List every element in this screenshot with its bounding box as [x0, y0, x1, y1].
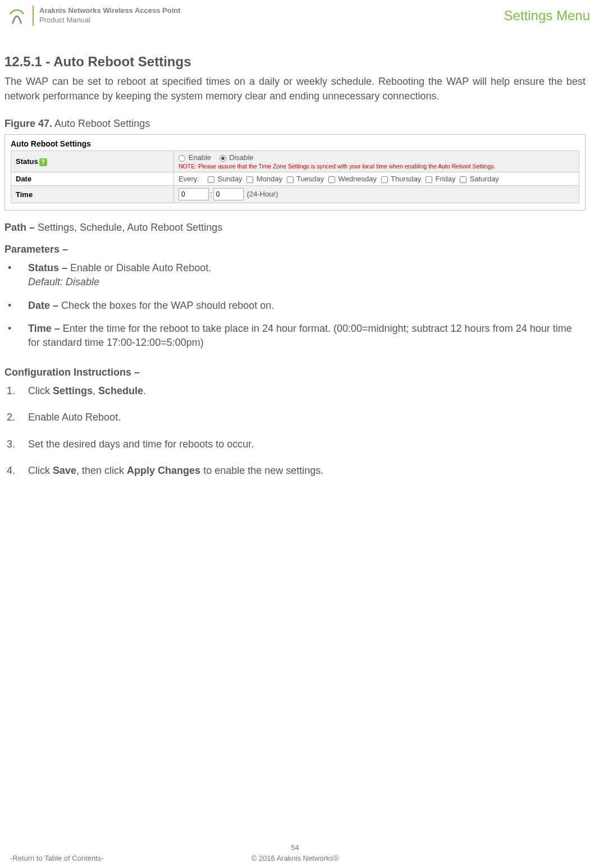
config-heading: Configuration Instructions – — [4, 367, 586, 378]
step-text: . — [143, 385, 146, 396]
param-status: Status – Enable or Disable Auto Reboot. … — [4, 261, 586, 289]
friday-checkbox[interactable] — [426, 176, 432, 183]
time-label: Time — [11, 186, 174, 203]
toc-link[interactable]: -Return to Table of Contents- — [10, 854, 104, 862]
enable-radio[interactable] — [179, 155, 185, 162]
step-bold: Schedule — [98, 385, 143, 396]
row-time: Time :(24-Hour) — [11, 186, 579, 203]
day-thursday: Thursday — [391, 175, 421, 183]
day-friday: Friday — [435, 175, 455, 183]
status-label: Status — [16, 157, 38, 166]
row-date: Date Every: Sunday Monday Tuesday Wednes… — [11, 172, 579, 186]
enable-label: Enable — [189, 153, 211, 162]
param-desc: Enter the time for the reboot to take pl… — [28, 323, 572, 348]
figure-box: Auto Reboot Settings Status? Enable Disa… — [4, 134, 586, 211]
time-separator: : — [210, 190, 212, 198]
param-time: Time – Enter the time for the reboot to … — [4, 322, 586, 350]
param-desc: Check the boxes for the WAP should reboo… — [58, 300, 274, 311]
param-default: Default: Disable — [28, 275, 586, 289]
sunday-checkbox[interactable] — [208, 176, 214, 183]
param-desc: Enable or Disable Auto Reboot. — [67, 262, 211, 273]
time-value-cell: :(24-Hour) — [174, 186, 579, 203]
config-steps: Click Settings, Schedule. Enable Auto Re… — [4, 384, 586, 478]
path-line: Path – Settings, Schedule, Auto Reboot S… — [4, 222, 586, 234]
page-footer: 54 -Return to Table of Contents- © 2016 … — [0, 843, 590, 862]
param-date: Date – Check the boxes for the WAP shoul… — [4, 299, 586, 313]
araknis-logo-icon — [8, 7, 25, 24]
day-sunday: Sunday — [217, 175, 242, 183]
day-monday: Monday — [257, 175, 282, 183]
date-value-cell: Every: Sunday Monday Tuesday Wednesday T… — [174, 172, 579, 186]
step-text: Click — [28, 385, 53, 396]
day-tuesday: Tuesday — [296, 175, 324, 183]
status-note: NOTE: Please assure that the Time Zone S… — [179, 163, 574, 170]
page-content: 12.5.1 - Auto Reboot Settings The WAP ca… — [0, 31, 590, 478]
settings-menu-link[interactable]: Settings Menu — [504, 8, 590, 24]
disable-label: Disable — [229, 153, 253, 162]
param-name: Status – — [28, 262, 67, 273]
saturday-checkbox[interactable] — [460, 176, 466, 183]
monday-checkbox[interactable] — [246, 176, 253, 183]
step-text: to enable the new settings. — [200, 465, 323, 476]
status-value-cell: Enable Disable NOTE: Please assure that … — [174, 151, 579, 172]
time-minute-input[interactable] — [213, 188, 244, 200]
step-2: Enable Auto Reboot. — [4, 410, 586, 424]
step-3: Set the desired days and time for reboot… — [4, 437, 586, 451]
figure-caption: Figure 47. Auto Reboot Settings — [4, 118, 586, 130]
step-bold: Apply Changes — [127, 465, 200, 476]
time-hour-input[interactable] — [179, 188, 209, 200]
row-status: Status? Enable Disable NOTE: Please assu… — [11, 151, 579, 172]
header-divider — [33, 6, 34, 26]
help-icon[interactable]: ? — [39, 158, 47, 166]
day-wednesday: Wednesday — [339, 175, 377, 183]
param-name: Time – — [28, 323, 60, 334]
every-label: Every: — [179, 175, 199, 183]
path-label: Path – — [4, 222, 35, 233]
figure-number: Figure 47. — [4, 118, 52, 129]
footer-row: -Return to Table of Contents- © 2016 Ara… — [0, 854, 590, 862]
panel-title: Auto Reboot Settings — [11, 139, 579, 148]
step-bold: Save — [53, 465, 76, 476]
parameters-list: Status – Enable or Disable Auto Reboot. … — [4, 261, 586, 350]
header-subtitle: Product Manual — [39, 16, 181, 25]
step-text: Set the desired days and time for reboot… — [28, 438, 254, 450]
path-value: Settings, Schedule, Auto Reboot Settings — [38, 222, 222, 233]
step-bold: Settings — [53, 385, 93, 396]
copyright: © 2016 Araknis Networks® — [251, 854, 339, 862]
page-number: 54 — [0, 843, 590, 852]
section-heading: 12.5.1 - Auto Reboot Settings — [4, 54, 586, 70]
header-title: Araknis Networks Wireless Access Point — [39, 6, 181, 16]
param-name: Date – — [28, 300, 58, 311]
section-intro: The WAP can be set to reboot at specifie… — [4, 74, 586, 103]
step-text: Enable Auto Reboot. — [28, 412, 121, 423]
header-titles: Araknis Networks Wireless Access Point P… — [39, 6, 181, 25]
step-4: Click Save, then click Apply Changes to … — [4, 464, 586, 478]
day-saturday: Saturday — [470, 175, 499, 183]
page-header: Araknis Networks Wireless Access Point P… — [0, 0, 590, 31]
time-format-label: (24-Hour) — [247, 190, 278, 198]
parameters-heading: Parameters – — [4, 244, 586, 255]
step-1: Click Settings, Schedule. — [4, 384, 586, 398]
status-label-cell: Status? — [11, 151, 174, 172]
disable-radio[interactable] — [219, 155, 226, 162]
figure-title: Auto Reboot Settings — [54, 118, 150, 129]
thursday-checkbox[interactable] — [381, 176, 388, 183]
settings-table: Status? Enable Disable NOTE: Please assu… — [11, 150, 579, 203]
step-text: , — [93, 385, 98, 396]
brand-logo — [6, 4, 28, 27]
step-text: Click — [28, 465, 53, 476]
wednesday-checkbox[interactable] — [328, 176, 335, 183]
date-label: Date — [11, 172, 174, 186]
step-text: , then click — [76, 465, 127, 476]
tuesday-checkbox[interactable] — [287, 176, 294, 183]
